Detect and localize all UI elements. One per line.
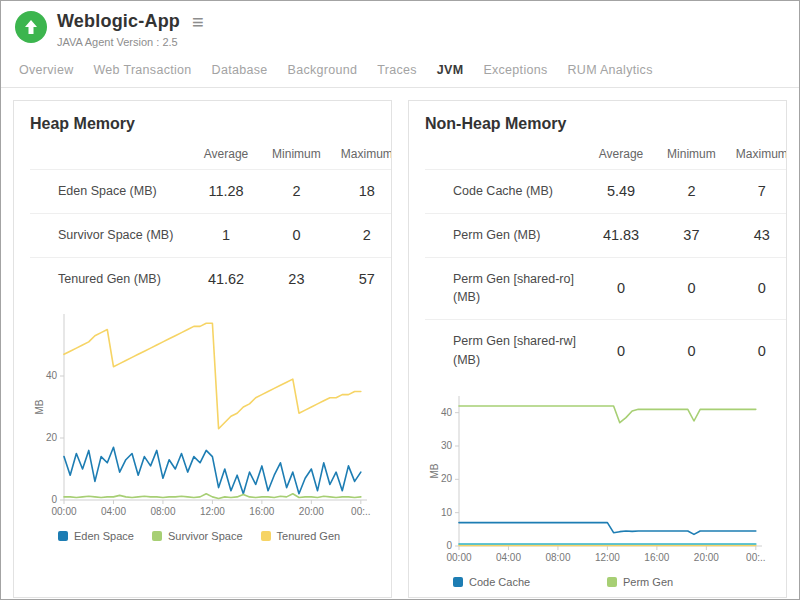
legend-item[interactable]: Code Cache — [453, 576, 603, 588]
svg-text:40: 40 — [46, 370, 58, 381]
metric-value: 0 — [656, 257, 726, 320]
metric-value: 2 — [261, 170, 331, 214]
series-line — [64, 324, 361, 429]
legend-item[interactable]: Perm Gen [shared-ro] — [453, 597, 603, 599]
svg-text:0: 0 — [51, 494, 57, 505]
svg-text:10: 10 — [441, 506, 453, 517]
tab-web-transaction[interactable]: Web Transaction — [84, 54, 202, 87]
metric-value: 57 — [332, 257, 392, 300]
metric-value: 0 — [727, 320, 787, 382]
metric-value: 43 — [727, 213, 787, 257]
chart-svg: 0204000:0004:0008:0012:0016:0020:0000:..… — [30, 308, 375, 520]
app-window: Weblogic-App ≡ JAVA Agent Version : 2.5 … — [0, 0, 800, 600]
label-col-header — [425, 141, 586, 170]
legend-item[interactable]: Perm Gen — [607, 576, 757, 588]
svg-text:04:00: 04:00 — [101, 506, 126, 517]
series-line — [459, 406, 756, 423]
metrics-table: AverageMinimumMaximum Eden Space (MB)11.… — [30, 141, 392, 300]
tab-rum-analytics[interactable]: RUM Analytics — [558, 54, 663, 87]
metric-value: 0 — [656, 320, 726, 382]
table-row: Tenured Gen (MB)41.622357 — [30, 257, 392, 300]
tab-database[interactable]: Database — [202, 54, 278, 87]
column-header: Minimum — [261, 141, 331, 170]
chart: 0204000:0004:0008:0012:0016:0020:0000:..… — [30, 308, 375, 520]
metric-value: 18 — [332, 170, 392, 214]
table-row: Eden Space (MB)11.28218 — [30, 170, 392, 214]
panel: Heap Memory AverageMinimumMaximum Eden S… — [13, 100, 392, 598]
metric-value: 37 — [656, 213, 726, 257]
series-line — [459, 522, 756, 534]
tab-background[interactable]: Background — [278, 54, 368, 87]
metric-value: 0 — [586, 257, 656, 320]
legend-item[interactable]: Tenured Gen — [261, 530, 341, 542]
legend-label: Code Cache — [469, 576, 530, 588]
legend-swatch — [58, 531, 68, 541]
panel-title: Heap Memory — [30, 115, 391, 133]
svg-text:16:00: 16:00 — [249, 506, 274, 517]
svg-text:00:..: 00:.. — [746, 552, 765, 563]
legend-label: Eden Space — [74, 530, 134, 542]
legend-label: Survivor Space — [168, 530, 243, 542]
metrics-table-wrap: AverageMinimumMaximum Eden Space (MB)11.… — [30, 141, 391, 300]
main-content: Heap Memory AverageMinimumMaximum Eden S… — [1, 88, 799, 600]
svg-text:MB: MB — [429, 463, 440, 478]
svg-text:12:00: 12:00 — [595, 552, 620, 563]
column-header: Maximum — [332, 141, 392, 170]
chart: 01020304000:0004:0008:0012:0016:0020:000… — [425, 390, 770, 566]
legend-label: Perm Gen — [623, 576, 673, 588]
metric-label: Survivor Space (MB) — [30, 213, 191, 257]
app-status-icon — [15, 11, 47, 43]
metric-value: 41.83 — [586, 213, 656, 257]
table-row: Survivor Space (MB)102 — [30, 213, 392, 257]
tab-exceptions[interactable]: Exceptions — [473, 54, 557, 87]
svg-text:40: 40 — [441, 406, 453, 417]
legend-item[interactable]: Eden Space — [58, 530, 134, 542]
app-header: Weblogic-App ≡ JAVA Agent Version : 2.5 — [1, 1, 799, 48]
metric-label: Tenured Gen (MB) — [30, 257, 191, 300]
legend-item[interactable]: Survivor Space — [152, 530, 243, 542]
legend-swatch — [453, 577, 463, 587]
tab-bar: OverviewWeb TransactionDatabaseBackgroun… — [1, 54, 799, 88]
legend-label: Tenured Gen — [277, 530, 341, 542]
table-row: Perm Gen (MB)41.833743 — [425, 213, 787, 257]
legend-swatch — [261, 531, 271, 541]
column-header: Maximum — [727, 141, 787, 170]
legend-label: Perm Gen [shared-ro] — [469, 597, 575, 599]
tab-jvm[interactable]: JVM — [427, 54, 474, 87]
agent-version-label: JAVA Agent Version : 2.5 — [57, 36, 204, 48]
metric-label: Perm Gen [shared-rw] (MB) — [425, 320, 586, 382]
svg-text:00:00: 00:00 — [51, 506, 76, 517]
hamburger-menu-icon[interactable]: ≡ — [192, 15, 204, 29]
metric-label: Perm Gen [shared-ro] (MB) — [425, 257, 586, 320]
metric-value: 41.62 — [191, 257, 261, 300]
metrics-table-wrap: AverageMinimumMaximum Code Cache (MB)5.4… — [425, 141, 786, 382]
metric-value: 23 — [261, 257, 331, 300]
metrics-table: AverageMinimumMaximum Code Cache (MB)5.4… — [425, 141, 787, 382]
panel-title: Non-Heap Memory — [425, 115, 786, 133]
chart-legend: Code CachePerm GenPerm Gen [shared-ro]Pe… — [425, 576, 770, 599]
up-arrow-icon — [23, 19, 39, 35]
metric-value: 2 — [656, 170, 726, 214]
svg-text:20:00: 20:00 — [694, 552, 719, 563]
tab-overview[interactable]: Overview — [9, 54, 84, 87]
series-line — [64, 494, 361, 499]
svg-text:04:00: 04:00 — [496, 552, 521, 563]
page-title: Weblogic-App — [57, 11, 180, 32]
series-line — [64, 448, 361, 495]
legend-item[interactable]: Perm Gen [shared-rw] — [607, 597, 757, 599]
legend-swatch — [607, 598, 617, 599]
svg-text:12:00: 12:00 — [200, 506, 225, 517]
column-header: Minimum — [656, 141, 726, 170]
svg-text:00:..: 00:.. — [351, 506, 370, 517]
metric-label: Eden Space (MB) — [30, 170, 191, 214]
svg-text:08:00: 08:00 — [545, 552, 570, 563]
svg-text:00:00: 00:00 — [446, 552, 471, 563]
metric-label: Code Cache (MB) — [425, 170, 586, 214]
metric-value: 2 — [332, 213, 392, 257]
svg-text:20: 20 — [441, 473, 453, 484]
table-row: Perm Gen [shared-ro] (MB)000 — [425, 257, 787, 320]
tab-traces[interactable]: Traces — [367, 54, 427, 87]
metric-value: 11.28 — [191, 170, 261, 214]
svg-text:0: 0 — [446, 540, 452, 551]
column-header: Average — [191, 141, 261, 170]
